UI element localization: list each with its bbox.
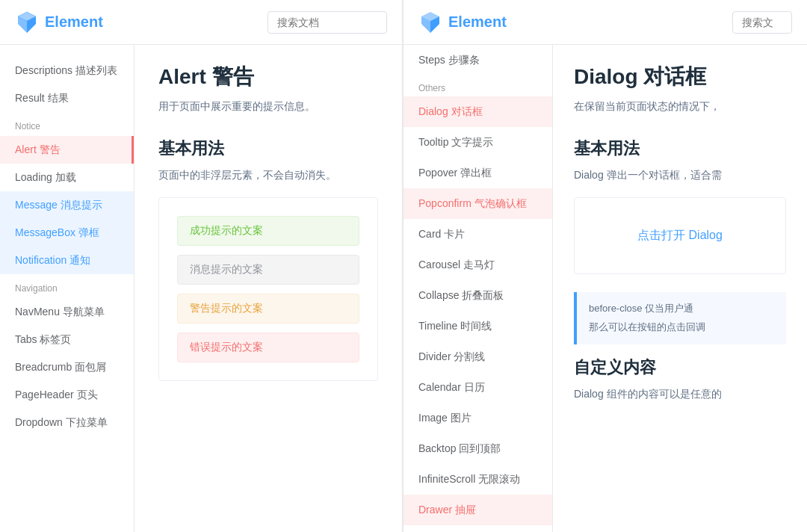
right-sidebar-item-infinitescroll[interactable]: InfiniteScroll 无限滚动 — [404, 464, 552, 495]
sidebar-section-navigation: Navigation — [0, 274, 134, 298]
right-demo-box: 点击打开 Dialog — [574, 197, 786, 274]
right-section-basic-desc: Dialog 弹出一个对话框，适合需 — [574, 169, 786, 182]
alert-warning: 警告提示的文案 — [177, 294, 359, 324]
left-header: Element — [0, 0, 402, 45]
sidebar-item-breadcrumb[interactable]: Breadcrumb 面包屑 — [0, 353, 134, 381]
dialog-open-link[interactable]: 点击打开 Dialog — [637, 228, 723, 244]
right-header: Element — [404, 0, 807, 45]
right-section-custom-title: 自定义内容 — [574, 356, 786, 379]
right-sidebar-item-timeline[interactable]: Timeline 时间线 — [404, 311, 552, 341]
right-sidebar-item-backtop[interactable]: Backtop 回到顶部 — [404, 433, 552, 464]
right-sidebar-item-divider[interactable]: Divider 分割线 — [404, 341, 552, 372]
right-sidebar-item-image[interactable]: Image 图片 — [404, 403, 552, 433]
right-sidebar-section-others: Others — [404, 75, 552, 96]
sidebar-item-tabs[interactable]: Tabs 标签页 — [0, 326, 134, 353]
element-logo-icon-right — [418, 10, 442, 34]
sidebar-item-navmenu[interactable]: NavMenu 导航菜单 — [0, 298, 134, 326]
right-sidebar-item-tooltip[interactable]: Tooltip 文字提示 — [404, 127, 552, 158]
right-sidebar-item-popover[interactable]: Popover 弹出框 — [404, 158, 552, 188]
right-main-content: Dialog 对话框 在保留当前页面状态的情况下， 基本用法 Dialog 弹出… — [553, 45, 807, 532]
element-logo-icon-left — [15, 10, 39, 34]
right-sidebar-item-steps[interactable]: Steps 步骤条 — [404, 45, 552, 75]
left-page-title: Alert 警告 — [158, 63, 378, 91]
sidebar-item-notification[interactable]: Notification 通知 — [0, 247, 134, 274]
right-page-title: Dialog 对话框 — [574, 63, 786, 91]
alert-success: 成功提示的文案 — [177, 216, 359, 246]
sidebar-item-loading[interactable]: Loading 加载 — [0, 164, 134, 191]
sidebar-item-message[interactable]: Message 消息提示 — [0, 191, 134, 219]
right-sidebar-item-dialog[interactable]: Dialog 对话框 — [404, 96, 552, 127]
sidebar-item-dropdown[interactable]: Dropdown 下拉菜单 — [0, 409, 134, 436]
alert-info: 消息提示的文案 — [177, 255, 359, 285]
right-logo-text: Element — [448, 13, 507, 31]
left-section-basic-desc: 页面中的非浮层元素，不会自动消失。 — [158, 169, 378, 182]
right-sidebar-item-carousel[interactable]: Carousel 走马灯 — [404, 250, 552, 280]
left-page-subtitle: 用于页面中展示重要的提示信息。 — [158, 100, 378, 114]
before-close-title: before-close 仅当用户通 — [589, 301, 774, 317]
right-sidebar-item-drawer[interactable]: Drawer 抽屉 — [404, 495, 552, 525]
right-search-input[interactable] — [732, 11, 792, 34]
right-section-custom-desc: Dialog 组件的内容可以是任意的 — [574, 388, 786, 401]
left-logo-text: Element — [45, 13, 103, 31]
sidebar-item-pageheader[interactable]: PageHeader 页头 — [0, 381, 134, 409]
right-sidebar-item-popconfirm[interactable]: Popconfirm 气泡确认框 — [404, 188, 552, 219]
before-close-desc: 那么可以在按钮的点击回调 — [589, 320, 774, 335]
right-page-subtitle: 在保留当前页面状态的情况下， — [574, 100, 786, 114]
left-section-basic-title: 基本用法 — [158, 137, 378, 160]
left-demo-box: 成功提示的文案 消息提示的文案 警告提示的文案 错误提示的文案 — [158, 197, 378, 381]
sidebar-item-descriptions[interactable]: Descriptions 描述列表 — [0, 57, 134, 84]
right-sidebar: Steps 步骤条 Others Dialog 对话框 Tooltip 文字提示… — [404, 45, 553, 532]
left-main-content: Alert 警告 用于页面中展示重要的提示信息。 基本用法 页面中的非浮层元素，… — [134, 45, 402, 532]
right-sidebar-item-card[interactable]: Card 卡片 — [404, 219, 552, 250]
sidebar-item-messagebox[interactable]: MessageBox 弹框 — [0, 219, 134, 247]
sidebar-section-notice: Notice — [0, 112, 134, 136]
left-sidebar: Descriptions 描述列表 Result 结果 Notice Alert… — [0, 45, 134, 532]
left-search-input[interactable] — [268, 11, 387, 34]
left-logo[interactable]: Element — [15, 10, 103, 34]
right-section-basic-title: 基本用法 — [574, 137, 786, 160]
right-sidebar-item-calendar[interactable]: Calendar 日历 — [404, 372, 552, 403]
alert-error: 错误提示的文案 — [177, 332, 359, 362]
sidebar-item-result[interactable]: Result 结果 — [0, 84, 134, 112]
sidebar-item-alert[interactable]: Alert 警告 — [0, 136, 134, 164]
right-logo[interactable]: Element — [418, 10, 507, 34]
before-close-box: before-close 仅当用户通 那么可以在按钮的点击回调 — [574, 292, 786, 344]
right-sidebar-item-collapse[interactable]: Collapse 折叠面板 — [404, 280, 552, 311]
